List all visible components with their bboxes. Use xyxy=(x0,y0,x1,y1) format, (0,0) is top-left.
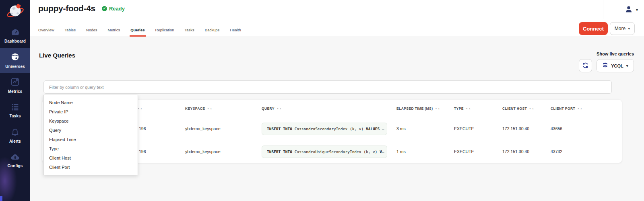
cell-elapsed: 1 ms xyxy=(396,149,454,154)
sidebar-item-alerts[interactable]: Alerts xyxy=(0,123,30,148)
sidebar-item-label: Alerts xyxy=(9,139,21,144)
dropdown-item-client-port[interactable]: Client Port xyxy=(43,163,138,172)
sidebar-item-label: Configs xyxy=(8,164,23,168)
globe-icon xyxy=(11,53,19,63)
sidebar-item-tasks[interactable]: Tasks xyxy=(0,98,30,123)
sidebar-item-label: Universes xyxy=(5,64,25,69)
sort-icon: ▼▲ xyxy=(577,107,583,110)
show-live-queries-label: Show live queries xyxy=(597,51,634,56)
cloud-icon xyxy=(10,153,20,162)
check-icon: ✓ xyxy=(102,6,107,11)
column-header-client-port[interactable]: CLIENT PORT ▼▲ xyxy=(551,107,622,111)
column-header-elapsed-time[interactable]: ELAPSED TIME (MS) ▼▲ xyxy=(396,107,454,111)
yugabyte-logo-icon[interactable] xyxy=(6,2,25,21)
dropdown-item-private-ip[interactable]: Private IP xyxy=(43,107,138,117)
sidebar-item-universes[interactable]: Universes xyxy=(0,48,30,73)
tab-health[interactable]: Health xyxy=(230,23,241,37)
filter-column-dropdown: Node Name Private IP Keyspace Query Elap… xyxy=(43,95,138,175)
cell-client-port: 43732 xyxy=(551,149,622,154)
section-title: Live Queries xyxy=(39,52,75,59)
sidebar-item-configs[interactable]: Configs xyxy=(0,148,30,173)
sql-keyword: V… xyxy=(380,150,384,154)
sql-keyword: VALUES … xyxy=(366,127,384,131)
chart-icon xyxy=(11,78,19,88)
sidebar-item-metrics[interactable]: Metrics xyxy=(0,73,30,98)
column-label: CLIENT HOST xyxy=(502,107,527,111)
chevron-down-icon: ▾ xyxy=(628,27,630,31)
tab-replication[interactable]: Replication xyxy=(155,23,174,37)
status-badge: ✓ Ready xyxy=(102,6,125,12)
tab-tables[interactable]: Tables xyxy=(65,23,76,37)
corner-accent xyxy=(0,196,2,201)
cell-elapsed: 3 ms xyxy=(396,126,454,131)
dropdown-item-elapsed-time[interactable]: Elapsed Time xyxy=(43,135,138,144)
user-icon xyxy=(625,5,633,15)
dropdown-item-node-name[interactable]: Node Name xyxy=(43,98,138,107)
filter-input[interactable] xyxy=(43,80,612,94)
dropdown-item-client-host[interactable]: Client Host xyxy=(43,154,138,163)
column-header-keyspace[interactable]: KEYSPACE ▼▲ xyxy=(185,107,262,111)
tab-tasks[interactable]: Tasks xyxy=(185,23,194,37)
column-label: TYPE xyxy=(454,107,464,111)
list-icon xyxy=(11,103,19,112)
cell-client-host: 172.151.30.40 xyxy=(502,126,551,131)
sort-icon: ▼▲ xyxy=(529,107,535,110)
sort-icon: ▼▲ xyxy=(207,107,213,110)
sidebar-item-label: Metrics xyxy=(8,89,23,94)
cell-client-host: 172.151.30.40 xyxy=(502,149,551,154)
sort-icon: ▼▲ xyxy=(435,107,440,110)
api-selector-value: YCQL xyxy=(611,64,623,68)
tab-queries[interactable]: Queries xyxy=(130,23,144,37)
user-menu[interactable]: ▾ xyxy=(625,5,638,15)
cell-keyspace: ybdemo_keyspace xyxy=(185,126,262,131)
sidebar-item-label: Tasks xyxy=(9,114,21,118)
page-title: puppy-food-4s xyxy=(38,4,95,13)
column-label: ELAPSED TIME (MS) xyxy=(396,107,433,111)
column-header-query[interactable]: QUERY ▼▲ xyxy=(262,107,396,111)
bell-icon xyxy=(11,127,19,137)
refresh-button[interactable] xyxy=(579,59,592,72)
query-code-box[interactable]: INSERT INTO CassandraUniqueSecondaryInde… xyxy=(262,146,387,158)
connect-button[interactable]: Connect xyxy=(579,22,608,35)
sidebar-nav: Dashboard Universes Metrics xyxy=(0,23,30,173)
sql-keyword: INSERT INTO xyxy=(267,127,292,131)
cell-client-port: 43656 xyxy=(551,126,622,131)
column-label: CLIENT PORT xyxy=(551,107,575,111)
universe-tabs: Overview Tables Nodes Metrics Queries Re… xyxy=(38,23,241,37)
more-label: More xyxy=(615,26,625,31)
header: puppy-food-4s ✓ Ready ▾ Overview Tables … xyxy=(30,0,644,37)
tab-backups[interactable]: Backups xyxy=(205,23,219,37)
cell-keyspace: ybdemo_keyspace xyxy=(185,149,262,154)
gauge-icon xyxy=(11,29,20,37)
dropdown-item-type[interactable]: Type xyxy=(43,144,138,154)
api-selector-dropdown[interactable]: YCQL ▾ xyxy=(597,59,634,72)
tab-nodes[interactable]: Nodes xyxy=(86,23,97,37)
cell-type: EXECUTE xyxy=(454,126,502,131)
column-label: KEYSPACE xyxy=(185,107,205,111)
column-header-type[interactable]: TYPE ▼▲ xyxy=(454,107,502,111)
tab-overview[interactable]: Overview xyxy=(38,23,54,37)
dropdown-item-query[interactable]: Query xyxy=(43,126,138,135)
tab-metrics[interactable]: Metrics xyxy=(108,23,120,37)
more-button[interactable]: More ▾ xyxy=(610,22,635,35)
chevron-down-icon: ▾ xyxy=(636,8,638,12)
sidebar: Dashboard Universes Metrics xyxy=(0,0,30,201)
sql-body: CassandraUniqueSecondaryIndex (k, v) xyxy=(295,150,378,154)
sort-icon: ▼▲ xyxy=(466,107,471,110)
sidebar-item-label: Dashboard xyxy=(4,39,26,43)
sql-keyword: INSERT INTO xyxy=(267,150,292,154)
header-divider xyxy=(603,0,603,19)
sql-body: CassandraSecondaryIndex (k, v) xyxy=(295,127,364,131)
status-text: Ready xyxy=(109,6,125,12)
query-code-box[interactable]: INSERT INTO CassandraSecondaryIndex (k, … xyxy=(262,123,387,135)
dropdown-item-keyspace[interactable]: Keyspace xyxy=(43,117,138,126)
database-icon xyxy=(602,62,608,69)
sort-icon: ▼▲ xyxy=(277,107,282,110)
chevron-down-icon: ▾ xyxy=(626,64,628,68)
sidebar-item-dashboard[interactable]: Dashboard xyxy=(0,23,30,48)
column-label: QUERY xyxy=(262,107,275,111)
sort-icon: ▼▲ xyxy=(137,107,143,110)
cell-type: EXECUTE xyxy=(454,149,502,154)
refresh-icon xyxy=(582,62,589,70)
column-header-client-host[interactable]: CLIENT HOST ▼▲ xyxy=(502,107,551,111)
